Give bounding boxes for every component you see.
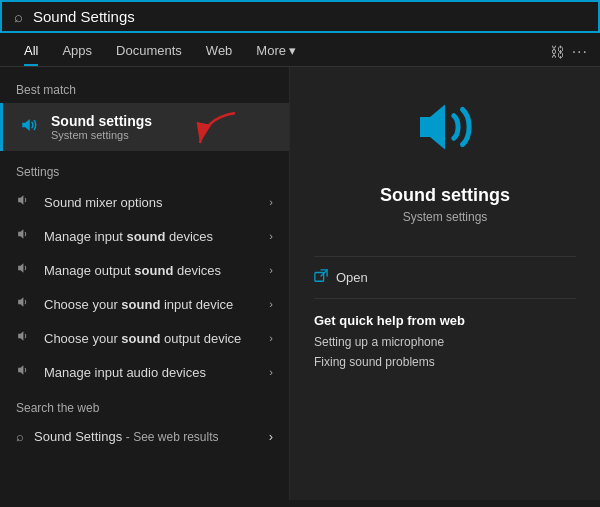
- chevron-right-icon: ›: [269, 332, 273, 344]
- list-item[interactable]: Sound mixer options ›: [0, 185, 289, 219]
- open-link[interactable]: Open: [314, 265, 576, 290]
- svg-marker-5: [18, 331, 23, 340]
- chevron-right-icon: ›: [269, 298, 273, 310]
- search-web-label: Search the web: [0, 397, 289, 421]
- sound-mixer-label: Sound mixer options: [44, 195, 163, 210]
- choose-output-label: Choose your sound output device: [44, 331, 241, 346]
- search-web-section: Search the web ⌕ Sound Settings - See we…: [0, 397, 289, 452]
- choose-input-label: Choose your sound input device: [44, 297, 233, 312]
- tab-more[interactable]: More ▾: [244, 37, 308, 66]
- search-input[interactable]: [33, 8, 586, 25]
- tab-apps[interactable]: Apps: [50, 37, 104, 66]
- open-label: Open: [336, 270, 368, 285]
- svg-marker-7: [420, 105, 445, 150]
- chevron-right-icon: ›: [269, 230, 273, 242]
- quick-help-title: Get quick help from web: [314, 307, 576, 332]
- list-item[interactable]: Manage input audio devices ›: [0, 355, 289, 389]
- settings-label: Settings: [0, 161, 289, 185]
- tab-more-label: More: [256, 43, 286, 58]
- quick-help-link-2[interactable]: Fixing sound problems: [314, 352, 576, 372]
- divider: [314, 298, 576, 299]
- web-search-subtitle: - See web results: [126, 430, 219, 444]
- best-match-section: Best match Sound settings System setting…: [0, 79, 289, 151]
- external-link-icon: [314, 269, 328, 286]
- manage-input-label: Manage input sound devices: [44, 229, 213, 244]
- best-match-label: Best match: [0, 79, 289, 103]
- sound-mixer-icon: [16, 193, 34, 211]
- manage-audio-icon: [16, 363, 34, 381]
- best-match-subtitle: System settings: [51, 129, 152, 141]
- chevron-right-icon: ›: [269, 196, 273, 208]
- choose-input-icon: [16, 295, 34, 313]
- svg-marker-1: [18, 195, 23, 204]
- left-panel: Best match Sound settings System setting…: [0, 67, 290, 500]
- manage-audio-label: Manage input audio devices: [44, 365, 206, 380]
- web-search-item[interactable]: ⌕ Sound Settings - See web results ›: [0, 421, 289, 452]
- quick-help-link-1[interactable]: Setting up a microphone: [314, 332, 576, 352]
- tab-web[interactable]: Web: [194, 37, 245, 66]
- chevron-right-icon: ›: [269, 429, 273, 444]
- chevron-right-icon: ›: [269, 366, 273, 378]
- best-match-title: Sound settings: [51, 113, 152, 129]
- list-item[interactable]: Choose your sound output device ›: [0, 321, 289, 355]
- svg-marker-4: [18, 297, 23, 306]
- svg-marker-2: [18, 229, 23, 238]
- svg-marker-6: [18, 365, 23, 374]
- list-item[interactable]: Manage output sound devices ›: [0, 253, 289, 287]
- tab-all[interactable]: All: [12, 37, 50, 66]
- settings-section: Settings Sound mixer options › Manage in…: [0, 161, 289, 389]
- list-item[interactable]: Manage input sound devices ›: [0, 219, 289, 253]
- search-bar: ⌕: [0, 0, 600, 33]
- right-title: Sound settings: [380, 185, 510, 206]
- share-icon[interactable]: ⛓: [550, 44, 564, 60]
- svg-marker-0: [22, 119, 30, 131]
- svg-marker-3: [18, 263, 23, 272]
- right-panel: Sound settings System settings Open Get …: [290, 67, 600, 500]
- more-options-icon[interactable]: ···: [572, 43, 588, 61]
- divider: [314, 256, 576, 257]
- search-icon: ⌕: [14, 8, 23, 25]
- chevron-down-icon: ▾: [289, 43, 296, 58]
- sound-icon: [19, 116, 39, 139]
- manage-output-icon: [16, 261, 34, 279]
- nav-tabs: All Apps Documents Web More ▾ ⛓ ···: [0, 33, 600, 67]
- right-subtitle: System settings: [403, 210, 488, 224]
- best-match-item[interactable]: Sound settings System settings: [0, 103, 289, 151]
- manage-output-label: Manage output sound devices: [44, 263, 221, 278]
- web-search-label: Sound Settings - See web results: [34, 429, 219, 444]
- web-search-icon: ⌕: [16, 429, 24, 444]
- chevron-right-icon: ›: [269, 264, 273, 276]
- right-sound-icon: [409, 97, 481, 171]
- choose-output-icon: [16, 329, 34, 347]
- list-item[interactable]: Choose your sound input device ›: [0, 287, 289, 321]
- manage-input-icon: [16, 227, 34, 245]
- tab-documents[interactable]: Documents: [104, 37, 194, 66]
